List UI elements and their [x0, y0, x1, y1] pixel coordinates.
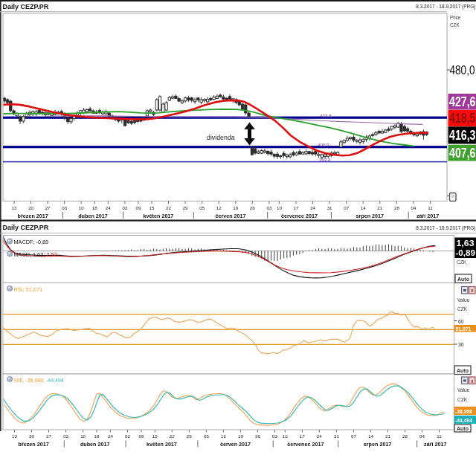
svg-text:březen 2017: březen 2017	[18, 213, 48, 219]
svg-text:MACDF; -0,89: MACDF; -0,89	[14, 239, 49, 245]
svg-text:28: 28	[402, 433, 408, 439]
svg-text:24: 24	[317, 433, 322, 439]
svg-text:1,63: 1,63	[457, 239, 475, 248]
svg-text:15: 15	[149, 205, 155, 210]
svg-text:12: 12	[221, 433, 226, 439]
svg-text:RSI; 51,071: RSI; 51,071	[14, 286, 43, 293]
svg-text:13: 13	[12, 205, 17, 210]
svg-text:12: 12	[216, 205, 222, 210]
svg-text:-0,89: -0,89	[456, 248, 476, 257]
svg-text:05: 05	[204, 433, 209, 439]
svg-text:Auto: Auto	[457, 277, 469, 282]
svg-text:Daily CEZP.PR: Daily CEZP.PR	[3, 3, 49, 10]
svg-text:04: 04	[411, 205, 416, 210]
svg-text:19: 19	[233, 205, 238, 210]
svg-text:září 2017: září 2017	[416, 213, 439, 219]
svg-text:červenec 2017: červenec 2017	[281, 213, 318, 219]
svg-text:29: 29	[187, 433, 192, 439]
svg-text:CZK: CZK	[457, 259, 467, 265]
svg-text:05: 05	[199, 205, 205, 210]
svg-text:květen 2017: květen 2017	[147, 441, 177, 448]
svg-text:433,8: 433,8	[320, 113, 332, 118]
svg-text:03: 03	[63, 433, 68, 439]
svg-text:406,9: 406,9	[318, 142, 329, 147]
svg-text:Value: Value	[457, 387, 470, 393]
svg-text:20: 20	[29, 433, 34, 439]
svg-text:03: 03	[62, 205, 67, 210]
svg-text:Auto: Auto	[457, 368, 469, 373]
svg-text:22: 22	[170, 433, 175, 439]
svg-text:26: 26	[250, 205, 255, 210]
svg-text:09: 09	[135, 205, 141, 210]
svg-text:30: 30	[458, 342, 464, 347]
svg-text:02: 02	[125, 433, 130, 439]
svg-text:x: x	[471, 378, 474, 384]
svg-text:17: 17	[294, 205, 299, 210]
svg-text:427,6: 427,6	[449, 94, 476, 109]
svg-text:Price: Price	[450, 15, 461, 20]
svg-text:11: 11	[428, 205, 433, 210]
svg-text:04: 04	[419, 433, 425, 439]
svg-text:03: 03	[266, 205, 271, 210]
svg-text:07: 07	[351, 433, 356, 439]
svg-text:březen 2017: březen 2017	[19, 441, 49, 448]
svg-text:červenec 2017: červenec 2017	[287, 441, 324, 448]
svg-text:14: 14	[368, 433, 373, 439]
svg-text:416,3: 416,3	[449, 127, 476, 143]
svg-text:24: 24	[106, 205, 111, 210]
svg-text:29: 29	[183, 205, 188, 210]
svg-text:-38,986: -38,986	[455, 409, 472, 415]
svg-text:24: 24	[310, 205, 315, 210]
svg-text:srpen 2017: srpen 2017	[364, 441, 392, 448]
svg-text:11: 11	[437, 433, 442, 439]
svg-text:dividenda: dividenda	[207, 134, 235, 141]
svg-text:18: 18	[92, 205, 97, 210]
svg-text:červen 2017: červen 2017	[220, 441, 251, 448]
svg-text:407,6: 407,6	[449, 145, 476, 161]
svg-text:Value: Value	[457, 297, 470, 303]
svg-text:09: 09	[138, 433, 144, 439]
svg-text:10: 10	[79, 205, 84, 210]
svg-text:02: 02	[122, 205, 127, 210]
svg-text:duben 2017: duben 2017	[80, 441, 110, 448]
svg-text:x: x	[471, 288, 474, 293]
svg-text:-44,494: -44,494	[455, 418, 472, 424]
svg-text:17: 17	[300, 433, 305, 439]
svg-text:28: 28	[394, 205, 399, 210]
svg-text:19: 19	[238, 433, 243, 439]
svg-text:418,5: 418,5	[449, 110, 476, 126]
svg-text:03: 03	[272, 433, 277, 439]
svg-text:480,0: 480,0	[450, 64, 475, 77]
svg-text:10: 10	[80, 433, 86, 439]
svg-text:srpen 2017: srpen 2017	[356, 213, 385, 219]
svg-text:27: 27	[46, 433, 51, 439]
svg-text:07: 07	[344, 205, 349, 210]
svg-text:MACD, 1,63; 2,52: MACD, 1,63; 2,52	[14, 251, 57, 258]
svg-text:27: 27	[45, 205, 51, 210]
svg-text:CZK: CZK	[457, 306, 468, 311]
svg-text:60: 60	[458, 319, 464, 324]
svg-text:SMI, -38,986; -44,494: SMI, -38,986; -44,494	[13, 378, 64, 383]
svg-text:31: 31	[334, 433, 339, 439]
svg-text:21: 21	[385, 433, 390, 439]
svg-text:CZK: CZK	[450, 22, 460, 28]
svg-text:26: 26	[255, 433, 260, 439]
svg-text:CZK: CZK	[457, 397, 468, 402]
svg-text:14: 14	[361, 205, 366, 210]
svg-text:květen 2017: květen 2017	[144, 213, 174, 219]
svg-text:10: 10	[277, 205, 282, 210]
svg-text:20: 20	[28, 205, 33, 210]
svg-text:31: 31	[327, 205, 332, 210]
svg-text:červen 2017: červen 2017	[215, 213, 245, 219]
svg-text:18: 18	[94, 433, 100, 439]
svg-text:13: 13	[12, 433, 17, 439]
svg-text:8.3.2017 - 18.9.2017 (PRG): 8.3.2017 - 18.9.2017 (PRG)	[416, 4, 475, 10]
svg-text:září 2017: září 2017	[424, 441, 446, 448]
svg-text:51,071: 51,071	[456, 326, 472, 332]
svg-text:duben 2017: duben 2017	[78, 213, 108, 219]
svg-text:Auto: Auto	[457, 426, 469, 431]
svg-text:24: 24	[108, 433, 113, 439]
svg-text:22: 22	[166, 205, 171, 210]
svg-text:21: 21	[377, 205, 382, 210]
svg-text:Daily CEZP.PR: Daily CEZP.PR	[3, 224, 49, 231]
